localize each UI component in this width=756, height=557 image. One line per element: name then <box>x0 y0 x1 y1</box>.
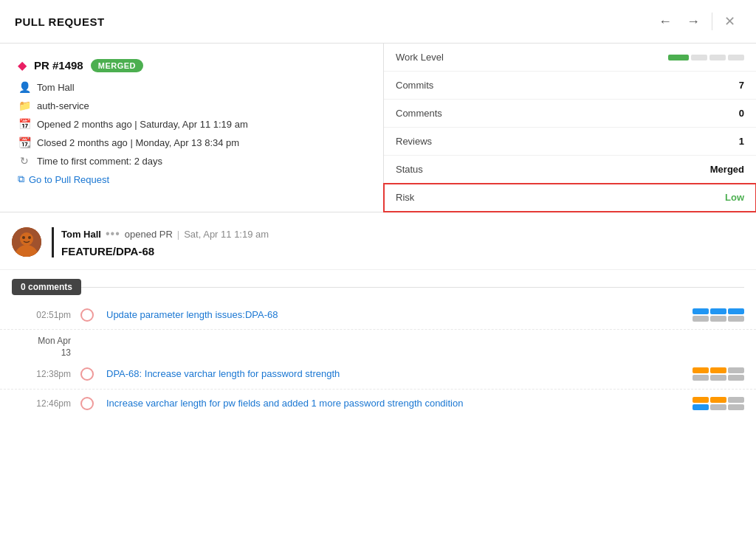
event-separator: | <box>177 229 179 240</box>
work-level-label: Work Level <box>384 44 539 72</box>
pr-repo: auth-service <box>37 100 89 111</box>
event-content: Tom Hall ••• opened PR | Sat, Apr 11 1:1… <box>52 227 738 257</box>
timeline-item-2: 12:38pm DPA-68: Increase varchar length … <box>0 361 756 389</box>
status-value: Merged <box>539 156 756 184</box>
reviews-label: Reviews <box>384 128 539 156</box>
event-branch: FEATURE/DPA-68 <box>61 245 738 257</box>
diff-bar-blue-2 <box>710 308 726 314</box>
commit-2-circle <box>80 367 94 381</box>
nav-divider <box>712 13 712 30</box>
header: PULL REQUEST ← → ✕ <box>0 0 756 44</box>
pr-repo-row: 📁 auth-service <box>18 100 365 111</box>
avatar-image <box>12 227 41 257</box>
info-section: ◆ PR #1498 MERGED 👤 Tom Hall 📁 auth-serv… <box>0 44 756 212</box>
folder-icon: 📁 <box>18 100 31 111</box>
commit-2-content: DPA-68: Increase varchar length for pass… <box>96 367 670 381</box>
commit-3-diff-row-2 <box>693 404 744 410</box>
right-panel: Work Level Commits 7 Comments 0 <box>384 44 756 212</box>
pr-closed: Closed 2 months ago | Monday, Apr 13 8:3… <box>37 137 239 148</box>
svg-point-3 <box>22 236 25 239</box>
close-button[interactable]: ✕ <box>718 10 741 32</box>
timeline: 02:51pm Update parameter length issues:D… <box>0 295 756 423</box>
event-date: Sat, Apr 11 1:19 am <box>184 229 269 240</box>
date-label-2: Mon Apr13 <box>12 336 78 359</box>
merged-badge: MERGED <box>91 59 143 72</box>
comments-row: Comments 0 <box>384 100 756 128</box>
header-title: PULL REQUEST <box>15 15 105 28</box>
header-nav: ← → ✕ <box>653 10 741 32</box>
diff-bar-gray-5 <box>693 375 709 381</box>
bar-empty-1 <box>691 55 707 60</box>
event-dots-icon: ••• <box>106 227 120 241</box>
activity-section: Tom Hall ••• opened PR | Sat, Apr 11 1:1… <box>0 212 756 423</box>
event-header: Tom Hall ••• opened PR | Sat, Apr 11 1:1… <box>61 227 738 241</box>
diff-bar-gray-1 <box>693 316 709 322</box>
commit-3-diff-row-1 <box>693 397 744 403</box>
avatar <box>12 227 41 257</box>
pr-closed-row: 📆 Closed 2 months ago | Monday, Apr 13 8… <box>18 136 365 148</box>
commits-label: Commits <box>384 72 539 100</box>
bar-empty-3 <box>728 55 744 60</box>
commit-1-diff <box>670 308 744 322</box>
reviews-value: 1 <box>539 128 756 156</box>
commit-2-circle-col <box>78 367 96 381</box>
commit-3-time: 12:46pm <box>12 397 78 409</box>
diff-bar-gray-2 <box>710 316 726 322</box>
pr-opened-row: 📅 Opened 2 months ago | Saturday, Apr 11… <box>18 118 365 130</box>
comments-value: 0 <box>539 100 756 128</box>
svg-point-4 <box>28 236 31 239</box>
event-action: opened PR <box>125 229 173 240</box>
pr-time-to-comment: Time to first comment: 2 days <box>37 156 162 167</box>
risk-value: Low <box>539 184 756 212</box>
pr-opened: Opened 2 months ago | Saturday, Apr 11 1… <box>37 119 248 130</box>
diff-bar-gray-9 <box>710 404 726 410</box>
pr-time-to-comment-row: ↻ Time to first comment: 2 days <box>18 155 365 167</box>
diff-bar-orange-1 <box>693 367 709 373</box>
diff-bar-gray-3 <box>728 316 744 322</box>
pr-number: PR #1498 <box>34 59 83 72</box>
commit-1-time: 02:51pm <box>12 308 78 320</box>
commit-2-diff-row-1 <box>693 367 744 373</box>
commit-1-diff-row-1 <box>693 308 744 314</box>
work-level-value <box>539 44 756 72</box>
commit-1-circle <box>80 308 94 322</box>
commit-1-link[interactable]: Update parameter length issues:DPA-68 <box>106 309 278 320</box>
bar-empty-2 <box>709 55 726 60</box>
commit-1-diff-bars <box>693 308 744 322</box>
go-to-pr-link[interactable]: ⧉ Go to Pull Request <box>18 173 365 185</box>
commit-3-circle <box>80 397 94 410</box>
left-panel: ◆ PR #1498 MERGED 👤 Tom Hall 📁 auth-serv… <box>0 44 384 212</box>
go-to-pr-label: Go to Pull Request <box>29 174 109 185</box>
event-left-border: Tom Hall ••• opened PR | Sat, Apr 11 1:1… <box>52 227 738 257</box>
pr-title-row: ◆ PR #1498 MERGED <box>18 58 365 72</box>
pr-author-row: 👤 Tom Hall <box>18 81 365 93</box>
closed-calendar-icon: 📆 <box>18 136 31 148</box>
clock-icon: ↻ <box>18 155 31 167</box>
commit-2-time: 12:38pm <box>12 367 78 379</box>
diff-bar-orange-4 <box>710 397 726 403</box>
diff-bar-gray-8 <box>728 397 744 403</box>
pr-author: Tom Hall <box>37 82 75 93</box>
avatar-svg <box>12 227 41 257</box>
diff-bar-gray-6 <box>710 375 726 381</box>
nav-forward-button[interactable]: → <box>681 12 706 31</box>
work-level-bar <box>551 55 744 60</box>
user-icon: 👤 <box>18 81 31 93</box>
external-link-icon: ⧉ <box>18 173 24 185</box>
risk-row: Risk Low <box>384 184 756 212</box>
stats-table: Work Level Commits 7 Comments 0 <box>384 44 756 212</box>
commit-3-diff <box>670 397 744 410</box>
commit-2-diff <box>670 367 744 381</box>
commit-2-link[interactable]: DPA-68: Increase varchar length for pass… <box>106 368 340 379</box>
bar-filled <box>668 55 689 60</box>
commit-3-diff-bars <box>693 397 744 410</box>
status-label: Status <box>384 156 539 184</box>
reviews-row: Reviews 1 <box>384 128 756 156</box>
diff-bar-blue-3 <box>728 308 744 314</box>
work-level-row: Work Level <box>384 44 756 72</box>
comments-label: Comments <box>384 100 539 128</box>
date-group-2: Mon Apr13 <box>0 330 756 361</box>
nav-back-button[interactable]: ← <box>653 12 678 31</box>
comments-divider <box>81 287 744 288</box>
commit-3-link[interactable]: Increase varchar length for pw fields an… <box>106 398 463 409</box>
